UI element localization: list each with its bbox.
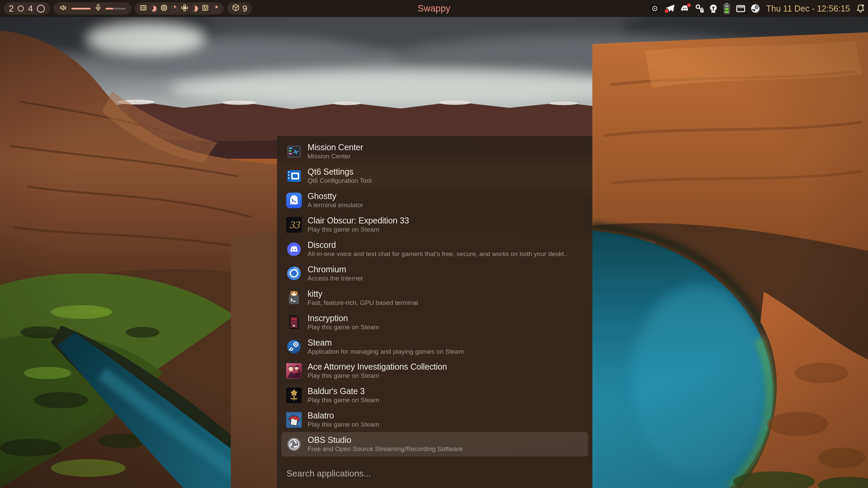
cpu-icon [139,4,147,13]
app-subtitle: Fast, feature-rich, GPU based terminal [308,299,418,307]
telegram-notification-dot [665,9,668,13]
microphone-icon[interactable] [95,4,101,13]
qt6-settings-icon [286,168,302,184]
ethernet-tray-icon[interactable] [735,3,746,14]
telegram-tray-icon[interactable] [664,3,675,14]
steelseries-tray-icon[interactable] [649,3,660,14]
cpu-usage-pie [150,5,157,12]
app-title: Chromium [308,265,363,274]
chromium-icon [286,266,302,281]
mission-center-icon [286,144,302,159]
app-row-obs-studio[interactable]: OBS Studio Free and Open Source Streamin… [281,432,588,456]
app-title: Balatro [308,411,379,421]
package-icon [232,3,240,14]
app-title: Mission Center [308,142,363,152]
search-input[interactable]: Search applications... [287,468,371,479]
gamepad-usage-pie [191,5,199,12]
app-subtitle: Free and Open Source Streaming/Recording… [308,445,463,453]
steam-icon [286,339,302,354]
volume-slider[interactable] [71,8,91,9]
app-title: Ace Attorney Investigations Collection [308,362,447,372]
steam-tray-icon[interactable] [750,3,760,14]
app-title: Ghostty [308,191,363,201]
workspace-number[interactable]: 2 [9,3,14,14]
audio-module[interactable] [53,2,131,15]
system-tray: Thu 11 Dec - 12:56:15 [649,0,865,17]
app-subtitle: Mission Center [308,152,363,160]
app-row-inscryption[interactable]: Inscryption Play this game on Steam [281,310,588,334]
app-subtitle: Play this game on Steam [308,396,379,404]
balatro-icon [286,412,302,428]
app-title: Steam [308,338,464,348]
discord-icon [286,241,302,257]
app-row-steam[interactable]: Steam Application for managing and playi… [281,334,588,359]
kitty-icon [286,290,302,306]
app-title: kitty [308,289,418,299]
workspaces-module[interactable]: 2 4 [4,2,50,15]
app-row-clair-obscur-expedition-33[interactable]: 33 Clair Obscur: Expedition 33 Play this… [281,213,588,237]
battery-tray-icon[interactable] [722,2,731,15]
app-subtitle: Play this game on Steam [308,421,379,429]
app-title: Inscryption [308,313,379,323]
app-text: Clair Obscur: Expedition 33 Play this ga… [308,216,409,234]
mic-slider[interactable] [106,8,126,9]
app-row-mission-center[interactable]: Mission Center Mission Center [281,139,588,164]
app-text: Qt6 Settings Qt6 Configuration Tool [308,167,372,185]
discord-tray-icon[interactable] [679,3,690,14]
speaker-icon[interactable] [59,4,67,13]
app-text: Ghostty A terminal emulator [308,191,363,209]
memory-icon [201,4,209,13]
app-launcher-panel: Mission Center Mission Center Qt6 Settin… [277,136,592,488]
app-subtitle: Access the Internet [308,274,363,282]
app-subtitle: Play this game on Steam [308,226,409,234]
baldurs-gate-3-icon [286,388,302,403]
app-row-chromium[interactable]: Chromium Access the Internet [281,261,588,286]
app-subtitle: A terminal emulator [308,201,363,209]
ace-attorney-icon [286,363,302,379]
keyhole-tray-icon[interactable] [708,4,718,14]
app-subtitle: Play this game on Steam [308,323,379,331]
system-stats-module[interactable] [135,2,224,15]
app-text: OBS Studio Free and Open Source Streamin… [308,435,463,453]
notification-bell-icon[interactable] [856,3,865,14]
keepassxc-tray-icon[interactable] [695,4,704,14]
app-text: Chromium Access the Internet [308,265,363,282]
app-subtitle: Application for managing and playing gam… [308,348,464,356]
clair-obscur-icon: 33 [286,217,302,233]
app-title: Clair Obscur: Expedition 33 [308,216,409,226]
app-title: Baldur's Gate 3 [308,386,379,396]
app-subtitle: Play this game on Steam [308,372,447,380]
app-text: Inscryption Play this game on Steam [308,313,379,331]
workspace-dot-active-icon[interactable] [37,5,45,13]
inscryption-icon [286,314,302,330]
gpu-usage-pie [171,5,178,12]
svg-text:33: 33 [289,220,300,230]
app-text: Ace Attorney Investigations Collection P… [308,362,447,380]
app-text: Mission Center Mission Center [308,142,363,160]
app-text: Baldur's Gate 3 Play this game on Steam [308,386,379,404]
app-text: Balatro Play this game on Steam [308,411,379,429]
app-row-balatro[interactable]: Balatro Play this game on Steam [281,408,588,432]
app-subtitle: All-in-one voice and text chat for gamer… [308,250,567,258]
app-title: OBS Studio [308,435,463,445]
app-row-kitty[interactable]: kitty Fast, feature-rich, GPU based term… [281,286,588,310]
bar-left-modules: 2 4 [4,2,252,15]
desktop-screen: 2 4 [0,0,868,488]
app-list: Mission Center Mission Center Qt6 Settin… [281,139,588,456]
app-row-qt6-settings[interactable]: Qt6 Settings Qt6 Configuration Tool [281,164,588,188]
app-row-ghostty[interactable]: Ghostty A terminal emulator [281,188,588,213]
app-row-ace-attorney-investigations-collection[interactable]: Ace Attorney Investigations Collection P… [281,359,588,383]
ghostty-icon [286,193,302,208]
workspace-number[interactable]: 4 [28,3,33,14]
gpu-icon [160,4,168,13]
app-row-baldurs-gate-3[interactable]: Baldur's Gate 3 Play this game on Steam [281,383,588,408]
top-bar: 2 4 [0,0,868,17]
app-text: Discord All-in-one voice and text chat f… [308,240,567,258]
app-text: Steam Application for managing and playi… [308,338,464,356]
app-row-discord[interactable]: Discord All-in-one voice and text chat f… [281,237,588,261]
memory-usage-pie [212,5,219,12]
workspace-dot-icon[interactable] [18,5,24,12]
discord-notification-dot [687,3,691,7]
clock[interactable]: Thu 11 Dec - 12:56:15 [766,4,850,14]
updates-module[interactable]: 9 [227,2,252,15]
